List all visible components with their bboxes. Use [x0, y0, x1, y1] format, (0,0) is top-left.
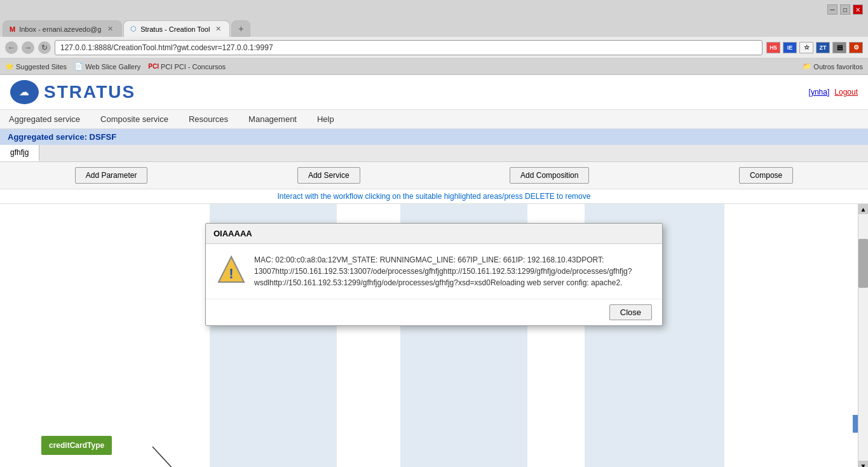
add-parameter-button[interactable]: Add Parameter	[75, 167, 148, 184]
user-link[interactable]: [ynha]	[809, 88, 830, 97]
ie-icon: IE	[783, 42, 797, 53]
tab-gmail[interactable]: M Inbox - ernani.azevedo@g... ✕	[3, 20, 122, 37]
logo-text: STRATUS	[44, 82, 135, 102]
logo-area: ☁ STRATUS	[10, 80, 135, 104]
service-tab-gfhfjg[interactable]: gfhfjg	[0, 145, 39, 161]
add-service-button[interactable]: Add Service	[297, 167, 360, 184]
maximize-button[interactable]: □	[840, 4, 850, 15]
settings-icon[interactable]: ⚙	[849, 42, 863, 53]
compose-button[interactable]: Compose	[739, 167, 793, 184]
breadcrumb: Aggregated service: DSFSF	[0, 129, 868, 145]
workflow-canvas[interactable]: creditCardType songNameType emailType Ly…	[0, 204, 868, 467]
modal-close-button[interactable]: Close	[609, 304, 652, 320]
browser-bookmarks: ⭐ Suggested Sites 📄 Web Slice Gallery PC…	[0, 58, 868, 75]
nav-resources[interactable]: Resources	[185, 112, 232, 126]
favorites-folder[interactable]: 📁 Outros favoritos	[803, 62, 863, 71]
browser-tabs: M Inbox - ernani.azevedo@g... ✕ ⬡ Stratu…	[0, 19, 868, 37]
tab-stratus-close[interactable]: ✕	[214, 24, 223, 34]
browser-titlebar: ─ □ ✕	[0, 0, 868, 19]
nav-composite[interactable]: Composite service	[97, 112, 172, 126]
tab-gmail-label: Inbox - ernani.azevedo@g...	[19, 25, 102, 33]
tab-gmail-close[interactable]: ✕	[105, 24, 115, 34]
app-content: ☁ STRATUS [ynha] Logout Aggregated servi…	[0, 75, 868, 467]
bookmark-pci[interactable]: PCI PCI PCI - Concursos	[148, 63, 226, 71]
workflow-toolbar: Add Parameter Add Service Add Compositio…	[0, 162, 868, 189]
app-nav: Aggregated service Composite service Res…	[0, 110, 868, 129]
tab-stratus-label: Stratus - Creation Tool	[140, 25, 210, 33]
browser-addressbar: ← → ↻ H5 IE ☆ ZT ▤ ⚙	[0, 37, 868, 58]
add-composition-button[interactable]: Add Composition	[510, 167, 589, 184]
svg-text:☁: ☁	[19, 86, 29, 97]
auth-area: [ynha] Logout	[809, 88, 858, 97]
modal-body: ! MAC: 02:00:c0:a8:0a:12VM_STATE: RUNNIN…	[206, 244, 662, 299]
svg-text:!: !	[229, 266, 233, 281]
bookmark-webslice[interactable]: 📄 Web Slice Gallery	[74, 62, 140, 71]
browser-chrome: ─ □ ✕ M Inbox - ernani.azevedo@g... ✕ ⬡ …	[0, 0, 868, 75]
star-icon[interactable]: ☆	[799, 42, 813, 53]
minimize-button[interactable]: ─	[827, 4, 837, 15]
nav-management[interactable]: Management	[245, 112, 301, 126]
bar-icon: ▤	[832, 42, 846, 53]
new-tab-button[interactable]: +	[231, 20, 250, 37]
zt-icon: ZT	[816, 42, 830, 53]
pci-icon: PCI	[148, 63, 159, 70]
logout-link[interactable]: Logout	[834, 88, 858, 97]
app-header: ☁ STRATUS [ynha] Logout	[0, 75, 868, 110]
stratus-favicon: ⬡	[130, 25, 137, 33]
modal-overlay: OIAAAAA ! MAC: 02:00:c0:a8:0a:12VM_STATE…	[0, 204, 868, 467]
forward-button[interactable]: →	[22, 41, 34, 54]
browser-toolbar-icons: H5 IE ☆ ZT ▤ ⚙	[766, 42, 863, 53]
bookmark-suggested[interactable]: ⭐ Suggested Sites	[5, 62, 67, 71]
gmail-favicon: M	[10, 25, 15, 33]
tab-stratus[interactable]: ⬡ Stratus - Creation Tool ✕	[123, 20, 230, 37]
service-tab-bar: gfhfjg	[0, 145, 868, 162]
close-button[interactable]: ✕	[853, 4, 863, 15]
folder-icon: 📁	[803, 62, 811, 71]
logo-icon: ☁	[10, 80, 39, 104]
modal-warning-icon: !	[216, 254, 247, 285]
address-bar[interactable]	[55, 40, 763, 55]
page-icon: 📄	[74, 62, 83, 71]
nav-help[interactable]: Help	[313, 112, 338, 126]
back-button[interactable]: ←	[5, 41, 18, 54]
nav-aggregated[interactable]: Aggregated service	[5, 112, 84, 126]
hint-text: Interact with the workflow clicking on t…	[0, 189, 868, 204]
modal-dialog: OIAAAAA ! MAC: 02:00:c0:a8:0a:12VM_STATE…	[205, 223, 663, 326]
modal-footer: Close	[206, 299, 662, 325]
modal-header: OIAAAAA	[206, 224, 662, 244]
refresh-button[interactable]: ↻	[38, 41, 51, 54]
html5-icon: H5	[766, 42, 780, 53]
modal-message: MAC: 02:00:c0:a8:0a:12VM_STATE: RUNNINGM…	[254, 254, 652, 288]
star-bookmark-icon: ⭐	[5, 62, 14, 71]
